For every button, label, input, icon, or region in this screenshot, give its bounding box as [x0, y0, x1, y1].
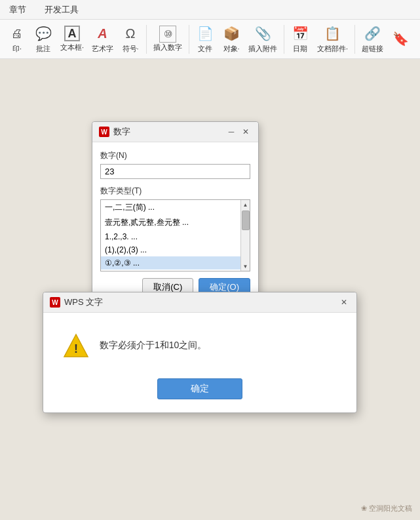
number-input[interactable]: [100, 164, 250, 179]
toolbar-art[interactable]: A 艺术字: [89, 23, 116, 55]
alert-wps-logo-icon: W: [50, 297, 60, 308]
date-icon: 📅: [291, 24, 309, 43]
toolbar-file[interactable]: 📄 文件: [193, 23, 217, 55]
toolbar: 🖨 印· 💬 批注 A 文本框· A 艺术字 Ω 符号· ⑩ 插入数字 📄 文件…: [0, 20, 420, 59]
menu-bar: 章节 开发工具: [0, 0, 420, 20]
bookmark-icon: 🔖: [391, 30, 410, 48]
dialog-close-button[interactable]: ✕: [240, 126, 252, 138]
listbox-item[interactable]: 1.,2.,3. ...: [101, 230, 240, 243]
toolbar-insert-attach[interactable]: 📎 插入附件: [246, 23, 280, 55]
alert-title: WPS 文字: [64, 296, 103, 308]
file-icon: 📄: [196, 24, 214, 43]
number-type-listbox[interactable]: 一,二,三(简) ...壹元整,贰元整,叁元整 ...1.,2.,3. ...(…: [101, 200, 240, 271]
listbox-item[interactable]: (1),(2),(3) ...: [101, 243, 240, 256]
listbox-item[interactable]: (一),(二),(三) ...: [101, 270, 240, 271]
dialog-number-titlebar: W 数字 ─ ✕: [92, 122, 258, 142]
document-area: W 数字 ─ ✕ 数字(N) 数字类型(T) 一,二,三(简) ...壹元整,贰…: [0, 59, 420, 520]
dialog-alert: W WPS 文字 ✕ ! 数字必须介于1和10之间。 确定: [43, 292, 357, 413]
toolbar-divider-3: [284, 25, 284, 54]
scrollbar-up-arrow[interactable]: ▲: [241, 200, 250, 209]
toolbar-comment-label: 批注: [36, 44, 50, 54]
listbox-item[interactable]: ①,②,③ ...: [101, 256, 240, 270]
toolbar-textbox-label: 文本框·: [60, 43, 84, 52]
toolbar-bookmark[interactable]: 🔖: [389, 28, 412, 50]
doc-parts-icon: 📋: [324, 24, 342, 43]
toolbar-divider-4: [354, 25, 355, 54]
svg-text:!: !: [74, 342, 78, 355]
alert-title-left: W WPS 文字: [50, 296, 103, 308]
dialog-number-controls: ─ ✕: [225, 126, 252, 138]
toolbar-doc-parts[interactable]: 📋 文档部件·: [315, 23, 351, 55]
toolbar-comment[interactable]: 💬 批注: [31, 23, 55, 55]
alert-footer: 确定: [43, 372, 356, 412]
listbox-item[interactable]: 一,二,三(简) ...: [101, 200, 240, 215]
listbox-scrollbar: ▲ ▼: [240, 200, 250, 271]
toolbar-symbol-label: 符号·: [123, 44, 139, 54]
toolbar-object-label: 对象·: [223, 44, 240, 54]
toolbar-object[interactable]: 📦 对象·: [220, 23, 243, 55]
toolbar-insert-attach-label: 插入附件: [248, 44, 277, 54]
toolbar-file-label: 文件: [198, 44, 212, 54]
number-type-listbox-container: 一,二,三(简) ...壹元整,贰元整,叁元整 ...1.,2.,3. ...(…: [100, 199, 250, 271]
alert-body: ! 数字必须介于1和10之间。: [43, 313, 356, 372]
toolbar-art-label: 艺术字: [92, 44, 113, 54]
listbox-item[interactable]: 壹元整,贰元整,叁元整 ...: [101, 215, 240, 230]
toolbar-hyperlink-label: 超链接: [362, 44, 383, 54]
toolbar-print-label: 印·: [12, 44, 22, 54]
comment-icon: 💬: [34, 24, 52, 43]
dialog-minimize-button[interactable]: ─: [225, 126, 237, 138]
menu-item-devtools[interactable]: 开发工具: [41, 3, 83, 17]
toolbar-divider-2: [189, 25, 189, 54]
wps-logo-icon: W: [99, 127, 109, 137]
scrollbar-down-arrow[interactable]: ▼: [241, 262, 250, 271]
dialog-title-left: W 数字: [99, 126, 130, 138]
insert-attach-icon: 📎: [254, 24, 272, 43]
art-icon: A: [94, 24, 112, 43]
toolbar-insert-num[interactable]: ⑩ 插入数字: [151, 24, 185, 54]
insert-num-icon: ⑩: [159, 26, 176, 43]
textbox-icon: A: [64, 26, 80, 41]
scrollbar-thumb[interactable]: [242, 210, 250, 230]
toolbar-hyperlink[interactable]: 🔗 超链接: [359, 23, 386, 55]
dialog-number-body: 数字(N) 数字类型(T) 一,二,三(简) ...壹元整,贰元整,叁元整 ..…: [92, 142, 258, 307]
toolbar-textbox[interactable]: A 文本框·: [58, 24, 86, 54]
alert-close-button[interactable]: ✕: [338, 296, 350, 308]
dialog-number: W 数字 ─ ✕ 数字(N) 数字类型(T) 一,二,三(简) ...壹元整,贰…: [92, 121, 259, 308]
hyperlink-icon: 🔗: [364, 24, 382, 43]
dialog-number-title: 数字: [113, 126, 130, 138]
alert-message: 数字必须介于1和10之间。: [100, 340, 206, 351]
toolbar-symbol[interactable]: Ω 符号·: [119, 23, 142, 55]
toolbar-date[interactable]: 📅 日期: [288, 23, 312, 55]
object-icon: 📦: [222, 24, 240, 43]
toolbar-date-label: 日期: [293, 44, 307, 54]
toolbar-print[interactable]: 🖨 印·: [5, 23, 29, 55]
menu-item-chapter[interactable]: 章节: [5, 3, 30, 17]
alert-ok-button[interactable]: 确定: [157, 378, 242, 399]
toolbar-divider-1: [146, 25, 147, 54]
print-icon: 🖨: [8, 24, 26, 43]
toolbar-doc-parts-label: 文档部件·: [317, 44, 348, 54]
alert-titlebar: W WPS 文字 ✕: [43, 292, 356, 313]
number-field-label: 数字(N): [100, 150, 250, 161]
watermark: ❀ 空洞阳光文稿: [361, 504, 412, 513]
warning-icon: !: [63, 332, 89, 359]
toolbar-insert-num-label: 插入数字: [153, 43, 182, 52]
symbol-icon: Ω: [121, 24, 140, 43]
number-type-label: 数字类型(T): [100, 186, 250, 197]
